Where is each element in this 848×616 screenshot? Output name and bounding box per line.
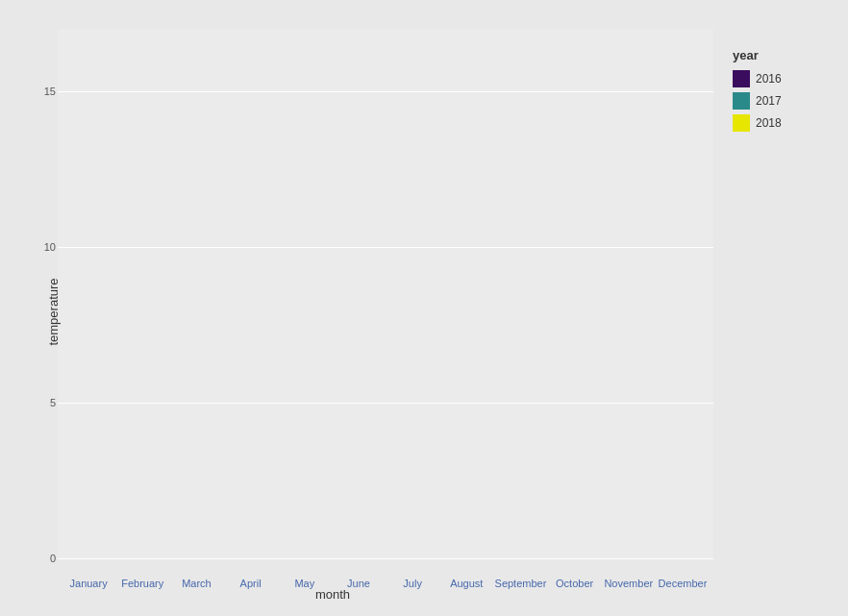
- legend-title: year: [733, 48, 829, 62]
- grid-line: [58, 558, 713, 559]
- legend-swatch: [733, 70, 750, 87]
- chart-container: temperature 051015JanuaryFebruaryMarchAp…: [0, 0, 848, 616]
- x-tick-label: February: [121, 578, 163, 589]
- legend-label: 2017: [756, 94, 782, 108]
- x-tick-label: November: [604, 578, 653, 589]
- x-tick-label: March: [182, 578, 212, 589]
- x-tick-label: August: [450, 578, 483, 589]
- plot-area: 051015JanuaryFebruaryMarchAprilMayJuneJu…: [58, 29, 713, 558]
- y-tick-label: 15: [44, 86, 56, 97]
- legend: year 2016 2017 2018: [723, 19, 838, 606]
- legend-items: 2016 2017 2018: [733, 70, 829, 136]
- legend-swatch: [733, 92, 750, 110]
- legend-item: 2018: [733, 114, 829, 132]
- y-tick-label: 10: [44, 241, 56, 253]
- y-tick-label: 5: [50, 397, 56, 408]
- bars-container: JanuaryFebruaryMarchAprilMayJuneJulyAugu…: [58, 29, 713, 558]
- x-tick-label: May: [294, 578, 314, 589]
- legend-label: 2016: [756, 72, 782, 86]
- x-tick-label: June: [347, 578, 370, 589]
- x-tick-label: April: [240, 578, 262, 589]
- x-tick-label: July: [403, 578, 422, 589]
- x-tick-label: October: [556, 578, 593, 589]
- chart-area: temperature 051015JanuaryFebruaryMarchAp…: [10, 19, 723, 606]
- x-axis-label: month: [315, 587, 350, 602]
- legend-label: 2018: [756, 116, 782, 130]
- x-tick-label: September: [495, 578, 547, 589]
- legend-item: 2017: [733, 92, 829, 110]
- y-tick-label: 0: [50, 553, 56, 564]
- x-tick-label: January: [70, 578, 108, 589]
- x-tick-label: December: [659, 578, 708, 589]
- y-axis-label: temperature: [46, 278, 61, 345]
- legend-swatch: [733, 114, 750, 132]
- legend-item: 2016: [733, 70, 829, 87]
